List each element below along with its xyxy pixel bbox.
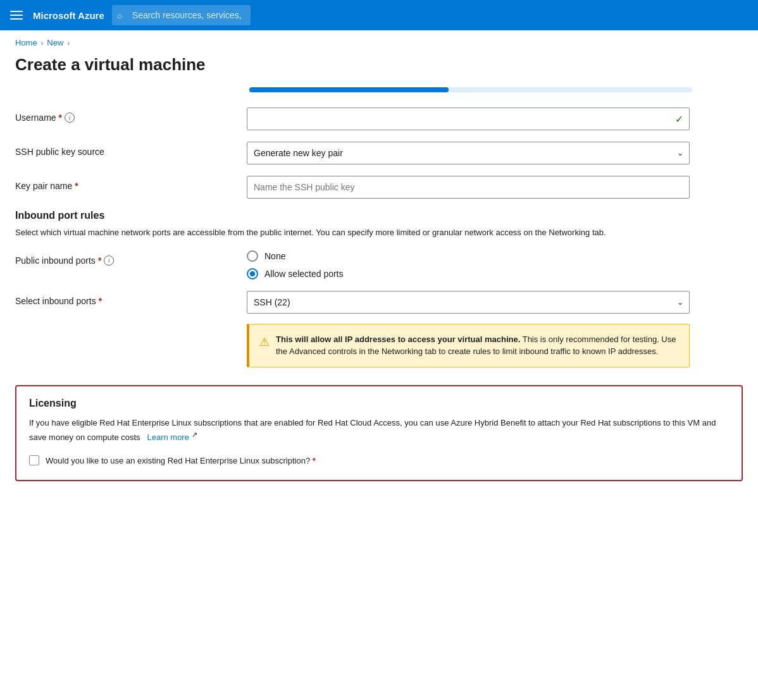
brand-name: Microsoft Azure — [33, 10, 104, 21]
breadcrumb-home[interactable]: Home — [15, 38, 37, 47]
ssh-source-label: SSH public key source — [15, 142, 237, 157]
select-ports-select[interactable]: SSH (22) — [247, 291, 690, 314]
public-ports-info-icon[interactable]: i — [104, 255, 114, 266]
username-row: Username * i azureuser ✓ — [15, 107, 743, 130]
learn-more-link[interactable]: Learn more — [147, 433, 189, 443]
breadcrumb-sep-1: › — [41, 39, 44, 47]
warning-box: ⚠ This will allow all IP addresses to ac… — [247, 324, 690, 367]
key-pair-control — [247, 176, 690, 199]
search-wrapper: ⌕ — [112, 5, 555, 25]
username-check-icon: ✓ — [675, 113, 683, 125]
checkbox-required: * — [313, 456, 316, 465]
username-control: azureuser ✓ — [247, 107, 690, 130]
inbound-heading: Inbound port rules — [15, 210, 743, 221]
key-pair-row: Key pair name * — [15, 176, 743, 199]
public-ports-control: None Allow selected ports — [247, 250, 690, 279]
warning-box-inner: ⚠ This will allow all IP addresses to ac… — [259, 333, 679, 358]
radio-none-circle — [247, 250, 258, 262]
ssh-source-select[interactable]: Generate new key pair — [247, 142, 690, 164]
licensing-title: Licensing — [29, 398, 729, 409]
key-pair-input[interactable] — [247, 176, 690, 199]
radio-allow-label: Allow selected ports — [264, 269, 344, 279]
licensing-box: Licensing If you have eligible Red Hat E… — [15, 385, 743, 481]
username-input-wrapper: azureuser ✓ — [247, 107, 690, 130]
ssh-source-row: SSH public key source Generate new key p… — [15, 142, 743, 164]
hamburger-menu[interactable] — [8, 8, 25, 22]
top-nav: Microsoft Azure ⌕ — [0, 0, 758, 30]
redhat-subscription-checkbox[interactable] — [29, 455, 39, 465]
public-ports-row: Public inbound ports * i None Allow sele… — [15, 250, 743, 279]
radio-allow[interactable]: Allow selected ports — [247, 268, 690, 279]
licensing-text: If you have eligible Red Hat Enterprise … — [29, 417, 729, 445]
checkbox-label: Would you like to use an existing Red Ha… — [46, 455, 316, 467]
radio-allow-circle — [247, 268, 258, 279]
public-ports-label: Public inbound ports * i — [15, 250, 237, 266]
breadcrumb: Home › New › — [0, 30, 758, 50]
warning-icon: ⚠ — [259, 334, 270, 351]
ssh-source-select-wrapper: Generate new key pair ⌄ — [247, 142, 690, 164]
progress-bar-container — [249, 87, 692, 92]
progress-bar-fill — [249, 87, 449, 92]
username-info-icon[interactable]: i — [65, 113, 75, 123]
ssh-source-control: Generate new key pair ⌄ — [247, 142, 690, 164]
inbound-desc: Select which virtual machine network por… — [15, 226, 743, 239]
page-content: Create a virtual machine Username * i az… — [0, 50, 758, 501]
key-pair-label: Key pair name * — [15, 176, 237, 191]
radio-group: None Allow selected ports — [247, 250, 690, 279]
username-required: * — [59, 113, 62, 123]
select-ports-wrapper: SSH (22) ⌄ — [247, 291, 690, 314]
radio-none-label: None — [264, 251, 285, 261]
username-label: Username * i — [15, 107, 237, 123]
breadcrumb-new[interactable]: New — [47, 38, 63, 47]
select-ports-control: SSH (22) ⌄ ⚠ This will allow all IP addr… — [247, 291, 690, 367]
radio-allow-dot — [250, 271, 255, 276]
breadcrumb-sep-2: › — [67, 39, 70, 47]
warning-text: This will allow all IP addresses to acce… — [276, 333, 679, 358]
key-pair-required: * — [75, 181, 78, 191]
search-input[interactable] — [112, 5, 251, 25]
public-ports-required: * — [98, 255, 101, 266]
warning-bold-text: This will allow all IP addresses to acce… — [276, 335, 520, 344]
page-title: Create a virtual machine — [15, 55, 743, 75]
radio-none[interactable]: None — [247, 250, 690, 262]
username-input[interactable]: azureuser — [247, 107, 690, 130]
select-ports-row: Select inbound ports * SSH (22) ⌄ ⚠ This… — [15, 291, 743, 367]
checkbox-row: Would you like to use an existing Red Ha… — [29, 455, 729, 467]
select-ports-label: Select inbound ports * — [15, 291, 237, 306]
external-link-icon: ↗ — [192, 431, 197, 438]
select-ports-required: * — [99, 296, 102, 306]
